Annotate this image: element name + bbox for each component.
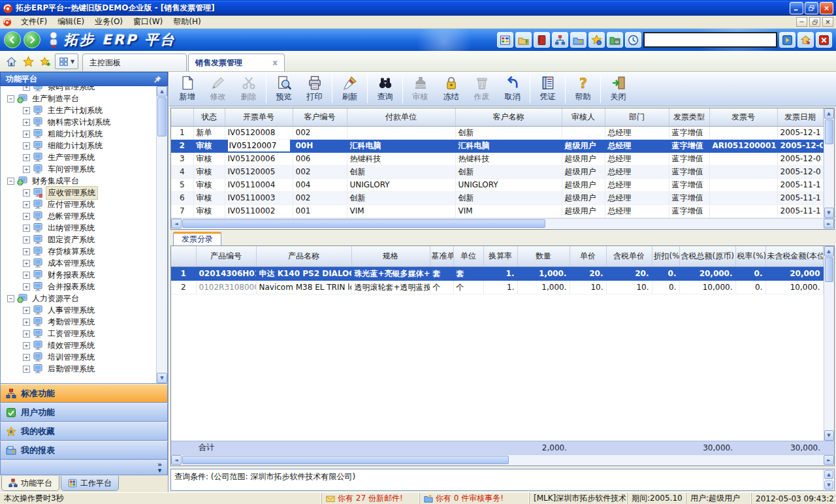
table-row[interactable]: 20102R31080000Navicom M38 EL TRIN logo透明… — [171, 281, 823, 294]
toolbar-button-void[interactable]: 作废 — [466, 73, 497, 104]
toolbar-button-new[interactable]: 新增 — [172, 73, 202, 104]
scroll-up-button[interactable]: ▲ — [824, 108, 834, 119]
expand-box-icon[interactable]: + — [23, 366, 30, 373]
expand-box-icon[interactable]: + — [23, 119, 30, 126]
sidebar-collapse-strip[interactable]: »▾ — [0, 460, 168, 475]
expand-box-icon[interactable]: + — [23, 272, 30, 279]
sidebar-group-0[interactable]: 标准功能 — [0, 384, 168, 403]
detail-grid-hscrollbar[interactable]: ◄ ► — [171, 454, 834, 465]
collapse-box-icon[interactable]: − — [7, 95, 14, 102]
mdi-restore-button[interactable] — [809, 17, 820, 27]
inline-edit-cell[interactable]: IV05120007 — [228, 140, 290, 151]
nav-back-button[interactable] — [4, 31, 21, 48]
column-header[interactable]: 基准单位 — [430, 246, 453, 267]
table-row[interactable]: 7审核IV05110002001VIMVIM超级用户总经理蓝字增值2005-11… — [171, 204, 823, 217]
restore-button[interactable] — [805, 2, 818, 14]
expand-box-icon[interactable]: + — [23, 166, 30, 173]
master-grid-vscrollbar[interactable]: ▲ ▼ — [824, 108, 834, 218]
app-exit-button[interactable] — [816, 32, 832, 48]
expand-box-icon[interactable]: + — [23, 107, 30, 114]
expand-box-icon[interactable]: + — [23, 248, 30, 255]
scroll-up-button[interactable]: ▲ — [824, 470, 833, 479]
detail-grid-vscrollbar[interactable]: ▲ ▼ — [824, 246, 834, 441]
tree-item-19[interactable]: +人事管理系统 — [1, 304, 156, 316]
expand-box-icon[interactable]: + — [23, 86, 30, 91]
tree-item-10[interactable]: +应付管理系统 — [1, 198, 156, 210]
tab-close-icon[interactable]: x — [272, 58, 278, 67]
tree-item-13[interactable]: +固定资产系统 — [1, 234, 156, 245]
column-header[interactable]: 产品编号 — [196, 246, 256, 267]
menu-item-0[interactable]: 文件(F) — [16, 16, 52, 28]
scrollbar-thumb[interactable] — [182, 456, 509, 464]
tree-item-14[interactable]: +存货核算系统 — [1, 245, 156, 257]
collapse-box-icon[interactable]: − — [7, 295, 14, 302]
table-row[interactable]: 4审核IV05120005002创新创新超级用户总经理蓝字增值2005-12-0 — [171, 165, 823, 178]
quick-button-5[interactable] — [570, 32, 587, 48]
tree-item-16[interactable]: +财务报表系统 — [1, 269, 156, 281]
column-header[interactable] — [171, 108, 193, 126]
column-header[interactable]: 客户名称 — [455, 108, 562, 126]
home-button[interactable] — [3, 54, 19, 69]
expand-box-icon[interactable]: + — [23, 142, 30, 150]
column-header[interactable]: 客户编号 — [293, 108, 347, 126]
menu-item-3[interactable]: 窗口(W) — [128, 16, 168, 28]
column-header[interactable]: 数量 — [517, 246, 570, 267]
column-header[interactable]: 含税单价 — [606, 246, 652, 267]
table-row[interactable]: 3审核IV05120006006热键科技热键科技超级用户总经理蓝字增值2005-… — [171, 152, 823, 165]
tree-item-8[interactable]: −财务集成平台 — [1, 175, 156, 187]
table-row[interactable]: 5审核IV05110004004UNIGLORYUNIGLORY超级用户总经理蓝… — [171, 178, 823, 191]
tree-item-22[interactable]: +绩效管理系统 — [1, 339, 156, 351]
expand-box-icon[interactable]: + — [23, 330, 30, 338]
toolbar-button-print[interactable]: 打印 — [299, 73, 330, 104]
toolbar-button-modify[interactable]: 修改 — [202, 73, 233, 104]
column-header[interactable]: 开票单号 — [225, 108, 293, 126]
expand-box-icon[interactable]: + — [23, 189, 30, 197]
table-row[interactable]: 1新单IV05120008002创新总经理蓝字增值2005-12-1 — [171, 126, 823, 139]
toolbar-button-query[interactable]: 查询 — [370, 73, 400, 104]
expand-box-icon[interactable]: + — [23, 354, 30, 361]
tree-item-24[interactable]: +后勤管理系统 — [1, 363, 156, 375]
sidebar-tab-1[interactable]: 工作平台 — [61, 476, 119, 491]
column-header[interactable] — [171, 246, 196, 267]
menu-item-4[interactable]: 帮助(H) — [168, 16, 206, 28]
tree-item-18[interactable]: −人力资源平台 — [1, 292, 156, 304]
toolbar-button-voucher[interactable]: 凭证 — [532, 73, 563, 104]
tab-sales-invoice[interactable]: 销售发票管理x — [188, 54, 285, 71]
close-button[interactable]: × — [820, 2, 833, 14]
mdi-minimize-button[interactable]: ─ — [796, 17, 807, 27]
quick-button-4[interactable] — [552, 32, 568, 48]
tree-item-0[interactable]: +条码管理系统 — [1, 86, 156, 93]
home-exit-button[interactable] — [797, 32, 814, 48]
column-header[interactable]: 发票日期 — [777, 108, 823, 126]
toolbar-button-help[interactable]: ?帮助 — [568, 73, 598, 104]
scroll-left-button[interactable]: ◄ — [171, 455, 182, 465]
favorites-button[interactable] — [20, 54, 36, 69]
tree-item-12[interactable]: +出纳管理系统 — [1, 222, 156, 234]
tree-item-21[interactable]: +工资管理系统 — [1, 328, 156, 339]
scrollbar-thumb[interactable] — [157, 97, 167, 136]
master-grid-hscrollbar[interactable]: ◄ ► — [171, 218, 834, 229]
quick-button-6[interactable] — [588, 32, 605, 48]
quick-button-1[interactable] — [497, 32, 513, 48]
tree-item-9[interactable]: +应收管理系统 — [1, 187, 156, 198]
sidebar-group-1[interactable]: 用户功能 — [0, 403, 168, 422]
menu-item-1[interactable]: 编辑(E) — [52, 16, 89, 28]
collapse-box-icon[interactable]: − — [7, 178, 14, 185]
expand-box-icon[interactable]: + — [23, 342, 30, 349]
expand-box-icon[interactable]: + — [23, 283, 30, 291]
scroll-right-button[interactable]: ► — [824, 219, 834, 228]
column-header[interactable]: 未含税金额(本位币) — [765, 246, 823, 267]
table-row[interactable]: 102014306H0100申达 K140 PS2 DIALOG珠光蓝+亮银多媒… — [171, 267, 823, 281]
column-header[interactable]: 单位 — [453, 246, 483, 267]
quick-button-8[interactable] — [625, 32, 641, 48]
tree-item-2[interactable]: +主生产计划系统 — [1, 104, 156, 116]
sidebar-tab-0[interactable]: 功能平台 — [1, 476, 59, 491]
scroll-down-button[interactable]: ▼ — [824, 480, 833, 490]
tree-item-1[interactable]: −生产制造平台 — [1, 93, 156, 104]
sidebar-group-3[interactable]: 我的报表 — [0, 441, 168, 460]
expand-box-icon[interactable]: + — [23, 236, 30, 244]
column-header[interactable]: 含税总额(原币) — [679, 246, 735, 267]
column-header[interactable]: 部门 — [605, 108, 669, 126]
toolbar-button-cancel[interactable]: 取消 — [497, 73, 528, 104]
expand-box-icon[interactable]: + — [23, 131, 30, 138]
